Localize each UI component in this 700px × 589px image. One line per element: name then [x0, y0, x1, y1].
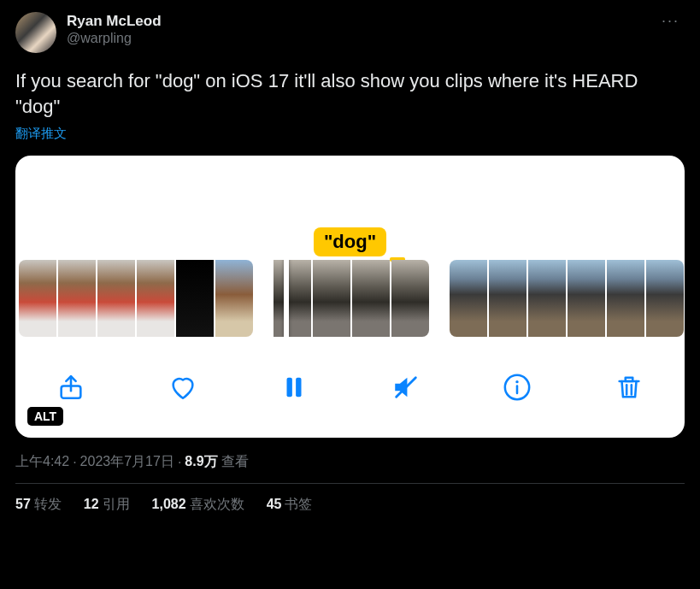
- svg-rect-2: [296, 378, 301, 398]
- thumbnail: [58, 260, 96, 337]
- pause-icon: [279, 373, 309, 402]
- tweet-container: Ryan McLeod @warpling ··· If you search …: [0, 0, 700, 514]
- meta-sep: ·: [178, 455, 181, 470]
- pause-button[interactable]: [275, 368, 313, 406]
- display-name: Ryan McLeod: [67, 12, 162, 30]
- svg-point-6: [516, 380, 519, 383]
- share-button[interactable]: [52, 368, 90, 406]
- likes-count: 1,082: [152, 497, 186, 511]
- likes-label: 喜欢次数: [190, 497, 244, 511]
- thumbnail: [97, 260, 135, 337]
- clip-group[interactable]: [19, 260, 253, 337]
- thumbnail: [489, 260, 526, 337]
- like-button[interactable]: [164, 368, 202, 406]
- quotes-label: 引用: [103, 497, 130, 511]
- thumbnail: [646, 260, 684, 337]
- trash-icon: [615, 373, 644, 402]
- avatar[interactable]: [15, 12, 56, 53]
- translate-link[interactable]: 翻译推文: [15, 126, 67, 142]
- thumbnail: [607, 260, 644, 337]
- heart-icon: [168, 373, 197, 402]
- likes-stat[interactable]: 1,082喜欢次数: [152, 496, 244, 514]
- thumbnail: [313, 260, 350, 337]
- clip-group[interactable]: [274, 260, 429, 337]
- divider: [15, 483, 685, 484]
- search-token-badge: "dog": [314, 227, 386, 256]
- bookmarks-label: 书签: [285, 497, 312, 511]
- stats-row: 57转发 12引用 1,082喜欢次数 45书签: [15, 496, 685, 514]
- svg-rect-1: [287, 378, 292, 398]
- tweet-date[interactable]: 2023年7月17日: [80, 453, 174, 471]
- info-button[interactable]: [498, 368, 536, 406]
- thumbnail: [176, 260, 214, 337]
- thumbnail: [391, 260, 429, 337]
- thumbnail: [137, 260, 174, 337]
- clip-group[interactable]: [450, 260, 684, 337]
- thumbnail: [352, 260, 390, 337]
- mute-button[interactable]: [387, 368, 425, 406]
- delete-button[interactable]: [610, 368, 648, 406]
- view-count: 8.9万: [185, 453, 217, 471]
- thumbnail: [450, 260, 487, 337]
- thumbnail: [19, 260, 56, 337]
- tweet-header: Ryan McLeod @warpling: [15, 12, 685, 53]
- thumbnail: [274, 260, 311, 337]
- media-header: "dog": [15, 156, 685, 260]
- retweets-stat[interactable]: 57转发: [15, 496, 62, 514]
- more-options-button[interactable]: ···: [662, 12, 679, 30]
- share-icon: [56, 373, 85, 402]
- thumbnail: [528, 260, 566, 337]
- tweet-time[interactable]: 上午4:42: [15, 453, 69, 471]
- video-timeline[interactable]: [15, 260, 685, 337]
- user-handle: @warpling: [67, 30, 162, 47]
- bookmarks-count: 45: [267, 497, 282, 511]
- playhead[interactable]: [284, 260, 289, 337]
- media-toolbar: [15, 337, 685, 438]
- quotes-count: 12: [84, 497, 99, 511]
- alt-badge[interactable]: ALT: [27, 407, 63, 426]
- retweets-count: 57: [15, 497, 31, 511]
- thumbnail: [215, 260, 253, 337]
- info-icon: [503, 373, 532, 402]
- thumbnail: [568, 260, 605, 337]
- mute-icon: [391, 373, 421, 402]
- quotes-stat[interactable]: 12引用: [84, 496, 130, 514]
- media-card[interactable]: "dog": [15, 156, 685, 438]
- view-label: 查看: [221, 453, 249, 471]
- bookmarks-stat[interactable]: 45书签: [267, 496, 313, 514]
- tweet-text: If you search for "dog" on iOS 17 it'll …: [15, 68, 685, 119]
- tweet-meta: 上午4:42 · 2023年7月17日 · 8.9万 查看: [15, 453, 685, 471]
- author-block[interactable]: Ryan McLeod @warpling: [67, 12, 162, 47]
- meta-sep: ·: [73, 455, 76, 470]
- retweets-label: 转发: [34, 497, 62, 511]
